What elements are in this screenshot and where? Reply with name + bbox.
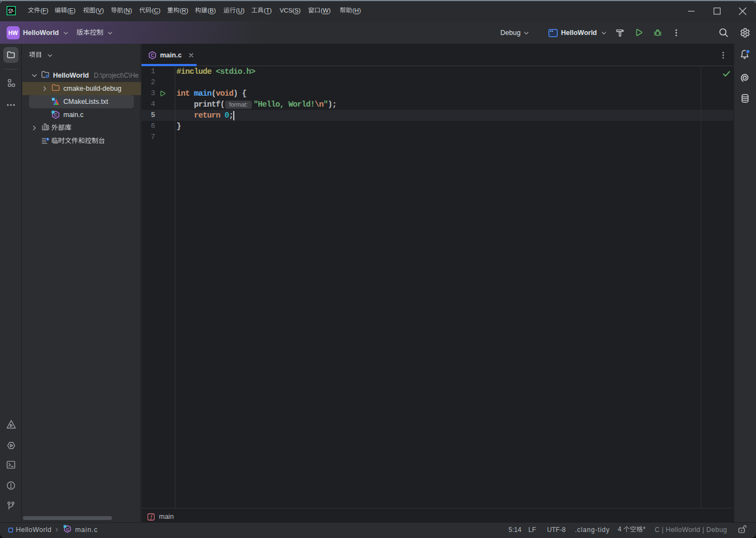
svg-text:(U): (U)	[236, 7, 245, 14]
svg-text:(W): (W)	[321, 7, 330, 14]
svg-text:HW: HW	[8, 30, 18, 36]
svg-text:CL: CL	[8, 8, 14, 13]
svg-text:C: C	[66, 527, 69, 531]
svg-text:(C): (C)	[152, 7, 161, 14]
svg-text:(E): (E)	[67, 7, 75, 14]
svg-text:C: C	[151, 52, 154, 58]
svg-text:(B): (B)	[208, 7, 216, 14]
svg-text:(H): (H)	[352, 7, 361, 14]
svg-text:(R): (R)	[180, 7, 188, 14]
svg-text:(N): (N)	[123, 7, 132, 14]
svg-text:C: C	[54, 112, 57, 118]
svg-text:(T): (T)	[264, 7, 272, 14]
svg-text:f: f	[150, 514, 152, 519]
svg-text:(F): (F)	[40, 7, 49, 14]
svg-text:*: *	[643, 525, 646, 533]
svg-text:(V): (V)	[96, 7, 104, 14]
svg-text:VCS(S): VCS(S)	[280, 7, 301, 14]
svg-text:4: 4	[618, 525, 622, 533]
